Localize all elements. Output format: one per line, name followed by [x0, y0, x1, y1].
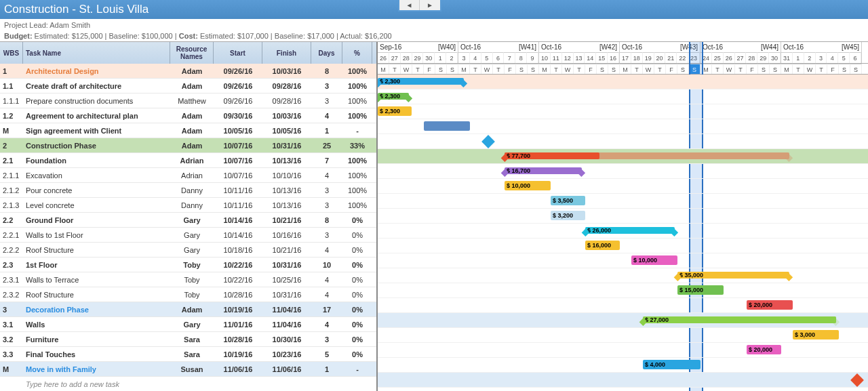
day-cell[interactable]: 18: [631, 52, 643, 63]
col-resource[interactable]: Resource Names: [170, 42, 214, 64]
day-cell[interactable]: 3: [458, 52, 470, 63]
finish-cell[interactable]: 10/21/16: [262, 246, 311, 254]
day-cell[interactable]: 26: [724, 52, 735, 63]
task-name-cell[interactable]: Excavation: [23, 171, 170, 180]
pct-cell[interactable]: 0%: [342, 231, 372, 239]
resource-cell[interactable]: Toby: [170, 261, 214, 269]
finish-cell[interactable]: 09/28/16: [262, 97, 311, 105]
day-cell[interactable]: 15: [596, 52, 608, 63]
timeline-header[interactable]: Sep-16[W40]262728293012Oct-16[W41]345678…: [378, 42, 868, 64]
finish-cell[interactable]: 10/23/16: [262, 350, 311, 358]
gantt-summary-bar[interactable]: $ 35,000◆◆: [677, 272, 789, 279]
finish-cell[interactable]: 11/06/16: [262, 365, 311, 373]
pct-cell[interactable]: -: [342, 365, 372, 373]
task-row[interactable]: MSign agreement with ClientAdam10/05/161…: [0, 123, 376, 138]
gantt-task-bar[interactable]: $ 20,000: [747, 345, 781, 354]
days-cell[interactable]: 3: [311, 201, 342, 209]
start-cell[interactable]: 09/26/16: [214, 67, 262, 75]
day-cell[interactable]: 19: [643, 52, 654, 63]
days-cell[interactable]: 8: [311, 216, 342, 224]
col-finish[interactable]: Finish: [262, 42, 311, 64]
pct-cell[interactable]: 100%: [342, 82, 372, 90]
pct-cell[interactable]: 100%: [342, 157, 372, 165]
days-cell[interactable]: 4: [311, 291, 342, 299]
task-row[interactable]: 3.3Final TouchesSara10/19/1610/23/1650%: [0, 347, 376, 362]
task-name-cell[interactable]: Walls to 1st Floor: [23, 231, 170, 239]
nav-prev-button[interactable]: ◄: [399, 0, 420, 10]
nav-next-button[interactable]: ►: [420, 0, 440, 10]
col-pct[interactable]: %: [342, 42, 372, 64]
day-cell[interactable]: 22: [677, 52, 688, 63]
finish-cell[interactable]: 10/31/16: [262, 291, 311, 299]
task-row[interactable]: 2.1FoundationAdrian10/07/1610/13/167100%: [0, 153, 376, 168]
gantt-task-bar[interactable]: $ 3,000: [793, 330, 839, 339]
gantt-summary-bar[interactable]: $ 16,700◆◆: [505, 167, 582, 174]
task-row[interactable]: 1.2Agreement to architectural planAdam09…: [0, 108, 376, 123]
days-cell[interactable]: 5: [311, 350, 342, 358]
day-cell[interactable]: 3: [816, 52, 827, 63]
milestone-icon[interactable]: [850, 373, 864, 387]
gantt-row[interactable]: $ 3,200: [378, 209, 868, 224]
gantt-task-bar[interactable]: $ 4,000: [643, 360, 701, 369]
day-cell[interactable]: 21: [665, 52, 677, 63]
col-task-name[interactable]: Task Name: [23, 42, 170, 64]
task-name-cell[interactable]: Ground Floor: [23, 216, 170, 224]
gantt-row[interactable]: $ 4,000: [378, 358, 868, 373]
resource-cell[interactable]: Adam: [170, 142, 214, 150]
pct-cell[interactable]: 100%: [342, 186, 372, 194]
task-row[interactable]: 1Architectural DesignAdam09/26/1610/03/1…: [0, 64, 376, 79]
days-cell[interactable]: 3: [311, 82, 342, 90]
resource-cell[interactable]: Adam: [170, 306, 214, 314]
day-cell[interactable]: 26: [378, 52, 389, 63]
col-start[interactable]: Start: [214, 42, 262, 64]
gantt-row[interactable]: $ 2,300: [378, 104, 868, 119]
start-cell[interactable]: 10/28/16: [214, 335, 262, 344]
gantt-task-bar[interactable]: $ 2,300: [378, 106, 412, 116]
pct-cell[interactable]: 0%: [342, 321, 372, 329]
task-row[interactable]: MMove in with FamilySusan11/06/1611/06/1…: [0, 362, 376, 377]
start-cell[interactable]: 10/28/16: [214, 291, 262, 299]
pct-cell[interactable]: 0%: [342, 335, 372, 344]
task-name-cell[interactable]: Foundation: [23, 157, 170, 165]
finish-cell[interactable]: 10/05/16: [262, 127, 311, 135]
day-cell[interactable]: 4: [827, 52, 838, 63]
day-cell[interactable]: 12: [562, 52, 574, 63]
task-row[interactable]: 2.1.1ExcavationAdrian10/07/1610/10/16410…: [0, 168, 376, 183]
day-cell[interactable]: 29: [757, 52, 769, 63]
gantt-row[interactable]: $ 35,000◆◆: [378, 268, 868, 283]
gantt-summary-bar[interactable]: $ 2,300◆◆: [378, 93, 409, 100]
start-cell[interactable]: 09/30/16: [214, 112, 262, 120]
pct-cell[interactable]: 100%: [342, 112, 372, 120]
gantt-row[interactable]: $ 16,000: [378, 239, 868, 253]
day-cell[interactable]: 30: [769, 52, 781, 63]
day-cell[interactable]: 11: [551, 52, 562, 63]
gantt-row[interactable]: $ 3,000: [378, 328, 868, 343]
finish-cell[interactable]: 10/16/16: [262, 231, 311, 239]
pct-cell[interactable]: 100%: [342, 201, 372, 209]
resource-cell[interactable]: Adrian: [170, 171, 214, 180]
gantt-task-bar[interactable]: $ 10,000: [505, 181, 551, 190]
resource-cell[interactable]: Toby: [170, 291, 214, 299]
col-wbs[interactable]: WBS: [0, 42, 23, 64]
start-cell[interactable]: 10/14/16: [214, 231, 262, 239]
finish-cell[interactable]: 10/13/16: [262, 157, 311, 165]
resource-cell[interactable]: Gary: [170, 321, 214, 329]
pct-cell[interactable]: 0%: [342, 276, 372, 284]
pct-cell[interactable]: 0%: [342, 216, 372, 224]
start-cell[interactable]: 09/26/16: [214, 97, 262, 105]
pct-cell[interactable]: 0%: [342, 350, 372, 358]
resource-cell[interactable]: Adam: [170, 112, 214, 120]
day-cell[interactable]: 31: [781, 52, 793, 63]
day-cell[interactable]: 6: [493, 52, 505, 63]
start-cell[interactable]: 10/11/16: [214, 201, 262, 209]
finish-cell[interactable]: 10/13/16: [262, 201, 311, 209]
start-cell[interactable]: 10/22/16: [214, 276, 262, 284]
start-cell[interactable]: 10/05/16: [214, 127, 262, 135]
days-cell[interactable]: 4: [311, 276, 342, 284]
col-days[interactable]: Days: [311, 42, 342, 64]
day-cell[interactable]: 5: [838, 52, 850, 63]
day-cell[interactable]: 14: [585, 52, 596, 63]
day-cell[interactable]: 8: [515, 52, 527, 63]
gantt-task-bar[interactable]: $ 15,000: [677, 285, 724, 295]
gantt-task-bar[interactable]: $ 3,500: [551, 196, 585, 205]
